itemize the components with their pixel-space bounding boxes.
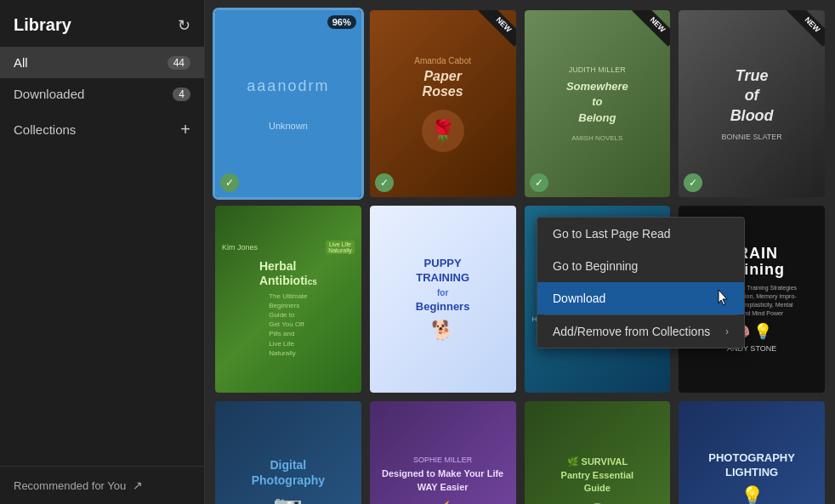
context-menu-label: Add/Remove from Collections bbox=[553, 325, 710, 338]
book-cover: PUPPYTRAININGforBeginners 🐕 bbox=[370, 206, 516, 393]
recommended-footer[interactable]: Recommended for You ↗ bbox=[0, 466, 204, 504]
context-menu-label: Go to Last Page Read bbox=[553, 227, 671, 241]
book-cover: aaanodrm Unknown bbox=[215, 10, 361, 197]
progress-badge: 96% bbox=[327, 15, 356, 29]
context-menu: Go to Last Page Read Go to Beginning Dow… bbox=[537, 217, 745, 348]
sidebar-item-collections[interactable]: Collections + bbox=[0, 110, 204, 150]
external-link-icon: ↗ bbox=[133, 479, 143, 492]
book-cover: NEW TrueofBlood BONNIE SLATER bbox=[679, 10, 825, 197]
nav-downloaded-label: Downloaded bbox=[14, 87, 84, 101]
sidebar: Library ↻ All 44 Downloaded 4 Collection… bbox=[0, 0, 205, 504]
book-cover: SOPHIE MILLER Designed to Make Your Life… bbox=[370, 401, 516, 504]
context-menu-label: Download bbox=[553, 292, 605, 305]
recommended-label: Recommended for You bbox=[14, 479, 126, 492]
book-tile[interactable]: NEW JUDITH MILLER SomewheretoBelong AMIS… bbox=[525, 10, 671, 197]
book-tile[interactable]: SOPHIE MILLER Designed to Make Your Life… bbox=[370, 401, 516, 504]
new-badge: NEW bbox=[781, 10, 825, 54]
book-title: aaanodrm bbox=[247, 77, 329, 95]
cursor-icon bbox=[715, 288, 729, 309]
book-cover: PHOTOGRAPHYLIGHTING 💡 Know-How Tips on S… bbox=[679, 401, 825, 504]
check-badge: ✓ bbox=[220, 173, 239, 192]
sidebar-nav: All 44 Downloaded 4 Collections + bbox=[0, 47, 204, 466]
book-cover: Kim Jones Live LifeNaturally HerbalAntib… bbox=[215, 206, 361, 393]
new-badge: NEW bbox=[626, 10, 670, 54]
context-menu-label: Go to Beginning bbox=[553, 259, 638, 273]
book-author: Unknown bbox=[269, 121, 308, 131]
book-tile[interactable]: aaanodrm Unknown 96% ✓ bbox=[215, 10, 361, 197]
check-badge: ✓ bbox=[530, 173, 548, 192]
refresh-icon[interactable]: ↻ bbox=[178, 16, 190, 35]
context-menu-item-collections[interactable]: Add/Remove from Collections › bbox=[537, 315, 744, 348]
book-tile[interactable]: Kim Jones Live LifeNaturally HerbalAntib… bbox=[215, 206, 361, 393]
library-title: Library bbox=[14, 15, 71, 35]
sidebar-header: Library ↻ bbox=[0, 0, 204, 47]
new-badge: NEW bbox=[472, 10, 516, 54]
book-tile[interactable]: PHOTOGRAPHYLIGHTING 💡 Know-How Tips on S… bbox=[679, 401, 825, 504]
main-content: aaanodrm Unknown 96% ✓ NEW Amanda Cabot … bbox=[205, 0, 835, 504]
nav-all-label: All bbox=[14, 55, 28, 70]
book-tile[interactable]: NEW Amanda Cabot PaperRoses 🌹 ✓ bbox=[370, 10, 516, 197]
nav-downloaded-count: 4 bbox=[173, 88, 190, 101]
book-tile[interactable]: PUPPYTRAININGforBeginners 🐕 bbox=[370, 206, 516, 393]
nav-all-count: 44 bbox=[168, 56, 190, 70]
check-badge: ✓ bbox=[375, 173, 394, 192]
book-cover: NEW Amanda Cabot PaperRoses 🌹 bbox=[370, 10, 516, 197]
context-menu-item-beginning[interactable]: Go to Beginning bbox=[537, 250, 744, 282]
chevron-right-icon: › bbox=[725, 326, 729, 337]
book-cover: DigitalPhotography 📷 COMPLETE GUIDE bbox=[215, 401, 361, 504]
book-tile[interactable]: DigitalPhotography 📷 COMPLETE GUIDE bbox=[215, 401, 361, 504]
sidebar-item-downloaded[interactable]: Downloaded 4 bbox=[0, 78, 204, 110]
book-cover: 🌿 SURVIVALPantry EssentialGuide 🥫 PREPAR… bbox=[525, 401, 671, 504]
context-menu-item-download[interactable]: Download bbox=[537, 282, 744, 314]
collections-label: Collections bbox=[14, 122, 76, 137]
add-collection-icon[interactable]: + bbox=[180, 120, 190, 139]
context-menu-item-last-page[interactable]: Go to Last Page Read bbox=[537, 218, 744, 250]
sidebar-item-all[interactable]: All 44 bbox=[0, 47, 204, 78]
book-tile[interactable]: 🌿 SURVIVALPantry EssentialGuide 🥫 PREPAR… bbox=[525, 401, 671, 504]
book-cover: NEW JUDITH MILLER SomewheretoBelong AMIS… bbox=[525, 10, 671, 197]
book-tile[interactable]: NEW TrueofBlood BONNIE SLATER ✓ bbox=[679, 10, 825, 197]
